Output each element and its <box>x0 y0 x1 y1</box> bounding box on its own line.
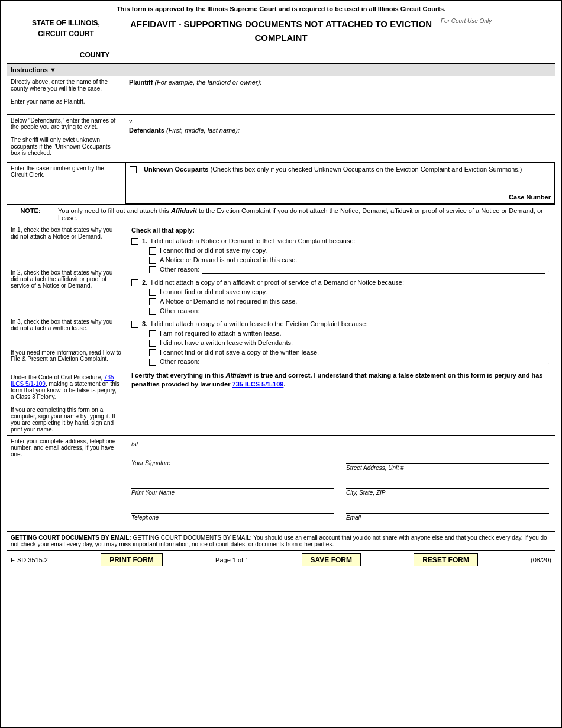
item-1-checkbox[interactable] <box>131 238 138 245</box>
your-signature-label: Your Signature <box>131 460 170 466</box>
city-state-zip-field: City, State, ZIP <box>346 477 549 496</box>
unknown-occupants-text: Unknown Occupants (Check this box only i… <box>144 166 522 173</box>
item-1-sub-1-checkbox[interactable] <box>149 247 156 255</box>
county-input-line <box>22 57 75 57</box>
telephone-label: Telephone <box>131 514 159 521</box>
street-address-label: Street Address, Unit # <box>346 465 403 471</box>
item-2-other-reason-line[interactable] <box>202 307 545 315</box>
item-2-sub-3-checkbox[interactable] <box>149 308 156 315</box>
footer-email-notice: GETTING COURT DOCUMENTS BY EMAIL: GETTIN… <box>7 532 555 550</box>
page-info: Page 1 of 1 <box>215 556 248 563</box>
ilcs-link-1[interactable]: 735 ILCS 5/1-109 <box>11 374 114 387</box>
item-3-sub-3-checkbox[interactable] <box>149 349 156 356</box>
street-address-field: Street Address, Unit # <box>346 440 549 471</box>
item-3-sub-3: I cannot find or did not save a copy of … <box>149 349 549 356</box>
court-use-cell: For Court Use Only <box>437 15 555 63</box>
item-2-checkbox[interactable] <box>131 279 138 286</box>
item-3-checkbox[interactable] <box>131 321 138 328</box>
signature-field: /s/ Your Signature <box>131 440 334 471</box>
item-1-number: 1. <box>142 237 147 244</box>
top-notice: This form is approved by the Illinois Su… <box>7 5 555 12</box>
item-1-sub-3: Other reason: . <box>149 266 549 274</box>
street-address-line[interactable] <box>346 452 549 464</box>
print-name-label: Print Your Name <box>131 489 175 496</box>
item-3-other-reason-line[interactable] <box>202 358 545 366</box>
defendant-line-2[interactable] <box>129 147 551 157</box>
defendants-section: v. Defendants (First, middle, last name)… <box>125 115 555 163</box>
getting-docs-label: GETTING COURT DOCUMENTS BY EMAIL: <box>11 534 131 541</box>
item-3-number: 3. <box>142 320 147 327</box>
item-3-sub-4-checkbox[interactable] <box>149 359 156 366</box>
email-field: Email <box>346 502 549 521</box>
plaintiff-line-2[interactable] <box>129 99 551 109</box>
item-1-other-reason-line[interactable] <box>202 266 545 274</box>
item-2-number: 2. <box>142 279 147 286</box>
unknown-occupants-checkbox[interactable] <box>130 166 137 173</box>
item-1-text: I did not attach a Notice or Demand to t… <box>151 237 355 244</box>
item-3-sub-4: Other reason: . <box>149 358 549 366</box>
case-number-line[interactable] <box>421 181 551 191</box>
defendant-line-1[interactable] <box>129 134 551 144</box>
signature-section: Enter your complete address, telephone n… <box>7 436 555 532</box>
instruction-signature: Enter your complete address, telephone n… <box>7 436 125 531</box>
item-2-sub-2-checkbox[interactable] <box>149 298 156 305</box>
print-name-line[interactable] <box>131 477 334 489</box>
item-2-sub-2: A Notice or Demand is not required in th… <box>149 298 549 305</box>
signature-line[interactable] <box>131 447 334 459</box>
item-3-sub-1: I am not required to attach a written le… <box>149 330 549 337</box>
item-2-sub-3: Other reason: . <box>149 307 549 315</box>
instruction-defendants: Below "Defendants," enter the names of t… <box>7 115 125 163</box>
item-3-sub-1-checkbox[interactable] <box>149 330 156 337</box>
print-form-button[interactable]: PRINT FORM <box>101 553 163 566</box>
item-2-sub-1-checkbox[interactable] <box>149 289 156 296</box>
item-1-row: 1. I did not attach a Notice or Demand t… <box>131 237 549 245</box>
plaintiff-label: Plaintiff (For example, the landlord or … <box>129 79 551 86</box>
certify-text: I certify that everything in this Affida… <box>131 371 549 389</box>
court-title-2: CIRCUIT COURT <box>38 30 94 38</box>
telephone-line[interactable] <box>131 502 334 514</box>
item-2-sub-1: I cannot find or did not save my copy. <box>149 288 549 296</box>
telephone-field: Telephone <box>131 502 334 521</box>
court-title-cell: STATE OF ILLINOIS, CIRCUIT COURT COUNTY <box>7 15 125 63</box>
other-reason-label-3: Other reason: <box>160 358 199 365</box>
ilcs-link-2[interactable]: 735 ILCS 5/1-109 <box>232 381 284 388</box>
signature-prefix: /s/ <box>131 440 334 447</box>
other-reason-label-1: Other reason: <box>160 266 199 273</box>
item-3-text: I did not attach a copy of a written lea… <box>151 320 367 327</box>
form-number: E-SD 3515.2 <box>11 556 48 563</box>
instruction-plaintiff: Directly above, enter the name of the co… <box>7 76 125 115</box>
county-label: COUNTY <box>80 51 110 59</box>
item-3-sub-2-checkbox[interactable] <box>149 340 156 347</box>
form-version: (08/20) <box>531 556 551 563</box>
note-text: You only need to fill out and attach thi… <box>54 205 555 224</box>
form-title: AFFIDAVIT - SUPPORTING DOCUMENTS NOT ATT… <box>125 15 437 63</box>
item-2-text: I did not attach a copy of an affidavit … <box>151 279 404 286</box>
item-2-row: 2. I did not attach a copy of an affidav… <box>131 279 549 286</box>
check-content-col: Check all that apply: 1. I did not attac… <box>125 224 555 435</box>
city-state-zip-label: City, State, ZIP <box>346 489 386 496</box>
print-name-field: Print Your Name <box>131 477 334 496</box>
plaintiff-section: Plaintiff (For example, the landlord or … <box>125 76 555 115</box>
email-line[interactable] <box>346 502 549 514</box>
reset-form-button[interactable]: RESET FORM <box>414 553 478 566</box>
versus-label: v. <box>129 117 551 124</box>
case-number-label: Case Number <box>421 194 551 201</box>
item-1-sub-3-checkbox[interactable] <box>149 266 156 273</box>
instruction-casenumber: Enter the case number given by the Circu… <box>7 163 125 204</box>
item-1-sub-2: A Notice or Demand is not required in th… <box>149 256 549 264</box>
plaintiff-line-1[interactable] <box>129 86 551 96</box>
city-state-zip-line[interactable] <box>346 477 549 489</box>
item-3-sub-2: I did not have a written lease with Defe… <box>149 339 549 347</box>
email-label: Email <box>346 514 361 521</box>
signature-fields: /s/ Your Signature Street Address, Unit … <box>125 436 555 531</box>
check-instructions-col: In 1, check the box that states why you … <box>7 224 125 435</box>
other-reason-label-2: Other reason: <box>160 307 199 314</box>
instructions-header: Instructions ▼ <box>7 64 555 76</box>
bottom-bar: E-SD 3515.2 PRINT FORM Page 1 of 1 SAVE … <box>7 550 555 569</box>
item-1-sub-1: I cannot find or did not save my copy. <box>149 247 549 255</box>
defendants-label: Defendants (First, middle, last name): <box>129 127 551 134</box>
item-1-sub-2-checkbox[interactable] <box>149 257 156 264</box>
check-all-header: Check all that apply: <box>131 227 549 234</box>
save-form-button[interactable]: SAVE FORM <box>302 553 361 566</box>
court-title-1: STATE OF ILLINOIS, <box>32 19 100 27</box>
